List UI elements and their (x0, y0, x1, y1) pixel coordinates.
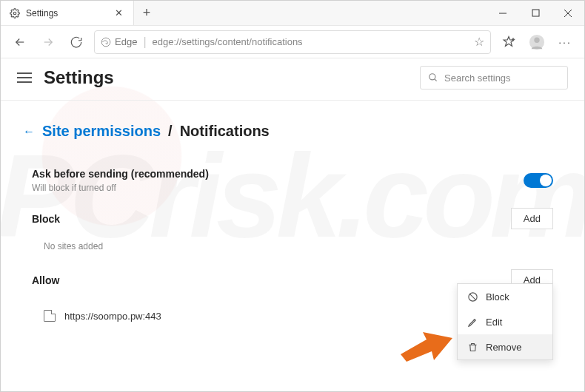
tab-title: Settings (26, 8, 58, 18)
window-maximize-button[interactable] (519, 1, 552, 25)
menu-block-label: Block (486, 291, 509, 303)
breadcrumb-separator: / (168, 123, 173, 140)
ask-toggle[interactable] (524, 173, 553, 188)
search-placeholder: Search settings (444, 72, 511, 84)
svg-line-13 (469, 294, 476, 300)
menu-remove-label: Remove (486, 342, 521, 353)
search-settings-input[interactable]: Search settings (420, 66, 568, 89)
breadcrumb: ← Site permissions / Notifications (23, 123, 562, 140)
settings-header: Settings Search settings (1, 58, 584, 101)
annotation-arrow-icon (401, 325, 452, 362)
ask-label: Ask before sending (recommended) (32, 168, 209, 180)
menu-remove[interactable]: Remove (458, 334, 552, 359)
svg-point-10 (429, 74, 435, 80)
block-label: Block (32, 213, 60, 225)
favorite-star-icon[interactable]: ☆ (474, 35, 484, 49)
breadcrumb-link[interactable]: Site permissions (42, 123, 161, 140)
breadcrumb-current: Notifications (180, 123, 270, 140)
block-empty-text: No sites added (32, 237, 553, 262)
favorites-button[interactable] (495, 29, 522, 55)
window-minimize-button[interactable] (487, 1, 519, 25)
block-section-header: Block Add (32, 200, 553, 237)
new-tab-button[interactable]: + (134, 1, 159, 25)
edit-icon (467, 316, 478, 328)
hamburger-menu-icon[interactable] (17, 72, 32, 83)
tab-close-icon[interactable]: ✕ (113, 7, 124, 19)
search-icon (428, 72, 438, 83)
site-url: https://soompo.pw:443 (64, 311, 161, 322)
svg-point-0 (13, 12, 16, 15)
gear-icon (10, 8, 20, 18)
url-text: edge://settings/content/notifications (153, 36, 468, 47)
ask-sublabel: Will block if turned off (32, 183, 209, 193)
block-add-button[interactable]: Add (511, 208, 553, 229)
svg-point-9 (534, 37, 539, 42)
trash-icon (467, 341, 478, 353)
svg-marker-14 (401, 332, 452, 362)
block-icon (467, 291, 478, 303)
profile-button[interactable] (524, 29, 550, 55)
window-titlebar: Settings ✕ + (1, 1, 584, 26)
edge-label: Edge (101, 36, 137, 47)
forward-button[interactable] (35, 29, 61, 55)
breadcrumb-back-icon[interactable]: ← (23, 125, 35, 138)
allow-label: Allow (32, 274, 59, 286)
edge-icon (101, 37, 111, 47)
browser-tab[interactable]: Settings ✕ (1, 1, 134, 25)
more-menu-button[interactable]: ··· (552, 29, 578, 55)
refresh-button[interactable] (63, 29, 90, 55)
svg-point-5 (101, 38, 110, 47)
svg-line-11 (435, 79, 437, 81)
back-button[interactable] (7, 29, 33, 55)
site-context-menu: Block Edit Remove (457, 283, 553, 360)
page-icon (44, 310, 56, 322)
window-close-button[interactable] (552, 1, 584, 25)
menu-edit[interactable]: Edit (458, 309, 552, 334)
address-bar[interactable]: Edge | edge://settings/content/notificat… (94, 30, 491, 54)
svg-rect-2 (532, 10, 539, 16)
ask-before-sending-row: Ask before sending (recommended) Will bl… (32, 160, 553, 200)
menu-block[interactable]: Block (458, 284, 552, 309)
menu-edit-label: Edit (486, 317, 502, 328)
browser-toolbar: Edge | edge://settings/content/notificat… (1, 26, 584, 58)
page-title: Settings (44, 67, 114, 88)
